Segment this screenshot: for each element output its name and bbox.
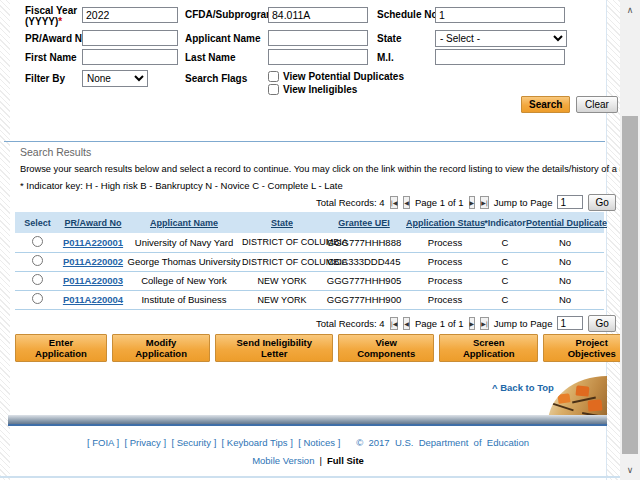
indicator-cell: C [484,290,526,309]
schedule-no-input[interactable] [435,7,565,23]
caret-up-icon: ^ [492,382,498,393]
fiscal-year-label: Fiscal Year (YYYY)* [25,5,77,27]
col-header-uei[interactable]: Grantee UEI [322,212,406,233]
scroll-up-icon[interactable]: ∧ [620,2,640,18]
screen-application-button[interactable]: Screen Application [439,334,538,362]
send-ineligibility-letter-button[interactable]: Send Ineligibility Letter [215,334,333,362]
prev-page-icon[interactable]: ◀ [403,317,410,330]
uei-cell: GGG777HHH900 [322,290,406,309]
foia-link[interactable]: [ FOIA ] [87,437,119,448]
next-page-icon[interactable]: ▶ [469,196,476,209]
back-to-top-link[interactable]: ^ Back to Top [492,382,554,393]
first-page-icon[interactable]: |◀ [390,196,399,209]
section-divider [4,141,605,142]
keyboard-tips-link[interactable]: [ Keyboard Tips ] [222,437,293,448]
page-background-left [0,0,10,480]
first-name-label: First Name [25,52,77,63]
enter-application-button[interactable]: Enter Application [15,334,107,362]
view-components-button[interactable]: View Components [338,334,434,362]
duplicate-cell: No [526,271,604,290]
jump-to-page-input[interactable] [557,195,583,209]
modify-application-button[interactable]: Modify Application [112,334,210,362]
fiscal-year-input[interactable] [82,7,178,23]
last-page-icon[interactable]: ▶| [480,317,489,330]
table-row: P011A220001 University of Navy Yard DIST… [15,233,604,252]
table-row: P011A220004 Institute of Business NEW YO… [15,290,604,309]
status-cell: Process [406,271,484,290]
col-header-status[interactable]: Application Status [406,212,484,233]
applicant-name-label: Applicant Name [185,33,261,44]
results-table: Select PR/Award No Applicant Name State … [15,212,604,310]
applicant-cell: Institute of Business [126,290,242,309]
last-page-icon[interactable]: ▶| [480,196,489,209]
mi-input[interactable] [435,49,565,65]
chair-shape [588,399,603,411]
go-button[interactable]: Go [588,194,615,211]
last-name-input[interactable] [268,49,368,65]
status-cell: Process [406,233,484,252]
mobile-version-link[interactable]: Mobile Version [252,455,314,466]
col-header-award[interactable]: PR/Award No [60,212,126,233]
first-page-icon[interactable]: |◀ [390,317,399,330]
row-select-radio[interactable] [32,236,43,247]
scroll-down-icon[interactable]: ∨ [620,462,640,478]
first-name-input[interactable] [82,49,178,65]
next-page-icon[interactable]: ▶ [469,317,476,330]
total-records-label: Total Records: 4 [316,197,385,208]
search-button[interactable]: Search [521,96,570,113]
footer-links: [ FOIA ] [ Privacy ] [ Security ] [ Keyb… [10,437,606,448]
col-header-applicant[interactable]: Applicant Name [126,212,242,233]
row-select-radio[interactable] [32,293,43,304]
table-row: P011A220002 George Thomas University DIS… [15,252,604,271]
jump-to-page-label: Jump to Page [494,197,553,208]
filter-by-label: Filter By [25,73,65,84]
award-link[interactable]: P011A220001 [63,237,123,248]
row-select-radio[interactable] [32,255,43,266]
pr-award-no-input[interactable] [82,30,178,46]
clear-button[interactable]: Clear [576,96,618,113]
page-background-right [607,0,620,480]
prev-page-icon[interactable]: ◀ [403,196,410,209]
full-site-link[interactable]: Full Site [327,455,364,466]
state-cell: NEW YORK [242,290,322,309]
view-ineligibles-label: View Ineligibles [283,84,357,95]
cfda-input[interactable] [268,7,368,23]
view-potential-duplicates-row: View Potential Duplicates [268,71,404,82]
row-select-radio[interactable] [32,274,43,285]
filter-by-select[interactable]: None [82,70,148,87]
page: Fiscal Year (YYYY)* CFDA/Subprogram * Sc… [0,0,640,480]
notices-link[interactable]: [ Notices ] [298,437,340,448]
duplicate-cell: No [526,252,604,271]
action-buttons: Enter Application Modify Application Sen… [15,334,640,362]
uei-cell: GGG777HHH905 [322,271,406,290]
col-header-duplicate[interactable]: Potential Duplicate [526,212,604,233]
pagination-top: Total Records: 4 |◀ ◀ Page 1 of 1 ▶ ▶| J… [316,193,608,211]
footer-site-toggle: Mobile Version|Full Site [10,455,606,466]
scrollbar[interactable]: ∧ ∨ [620,0,640,480]
state-cell: NEW YORK [242,271,322,290]
col-header-state[interactable]: State [242,212,322,233]
applicant-cell: University of Navy Yard [126,233,242,252]
view-ineligibles-row: View Ineligibles [268,84,357,95]
scroll-thumb[interactable] [622,116,638,454]
uei-cell: CCC333DDD445 [322,252,406,271]
bottom-border-line [0,476,620,478]
applicant-name-input[interactable] [268,30,368,46]
award-link[interactable]: P011A220004 [63,294,123,305]
mi-label: M.I. [377,52,394,63]
award-link[interactable]: P011A220002 [63,256,123,267]
state-select[interactable]: - Select - [435,30,567,47]
indicator-cell: C [484,233,526,252]
award-link[interactable]: P011A220003 [63,275,123,286]
footer-separator: | [314,455,326,466]
indicator-key: * Indicator key: H - High risk B - Bankr… [20,180,343,191]
required-asterisk: * [58,16,62,27]
go-button[interactable]: Go [588,315,615,332]
col-header-select: Select [15,212,60,233]
security-link[interactable]: [ Security ] [171,437,216,448]
view-ineligibles-checkbox[interactable] [268,84,279,95]
privacy-link[interactable]: [ Privacy ] [124,437,166,448]
view-potential-duplicates-checkbox[interactable] [268,71,279,82]
indicator-cell: C [484,271,526,290]
jump-to-page-input[interactable] [557,316,583,330]
